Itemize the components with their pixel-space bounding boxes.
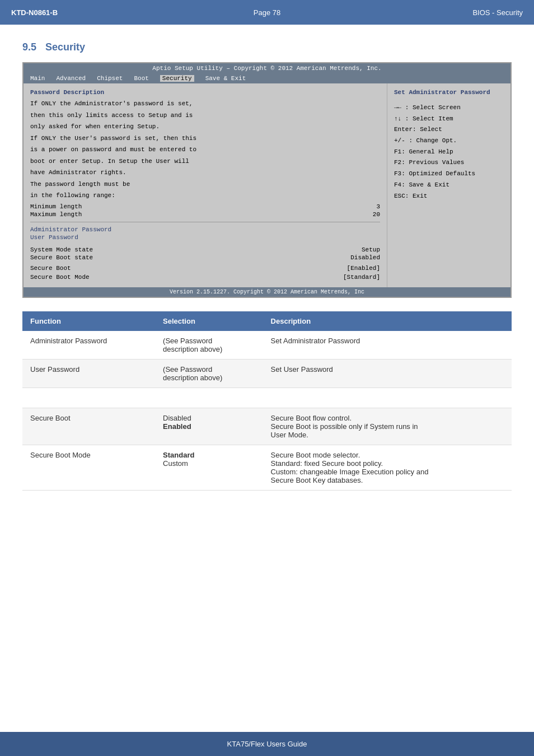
bios-menu-advanced[interactable]: Advanced bbox=[56, 75, 86, 82]
bios-desc-line-3: only asked for when entering Setup. bbox=[30, 122, 380, 132]
bios-right-panel: Set Administrator Password →← : Select S… bbox=[387, 83, 510, 287]
bios-set-admin-password-label: Set Administrator Password bbox=[394, 89, 504, 96]
col-function: Function bbox=[22, 311, 155, 331]
table-header-row: Function Selection Description bbox=[22, 311, 512, 331]
footer-text: KTA75/Flex Users Guide bbox=[227, 740, 307, 748]
bios-desc-line-7: have Administrator rights. bbox=[30, 168, 380, 178]
page-header: KTD-N0861-B Page 78 BIOS - Security bbox=[0, 0, 534, 25]
doc-id: KTD-N0861-B bbox=[11, 8, 182, 17]
bios-password-description-label: Password Description bbox=[30, 89, 380, 96]
cell-user-password-func: User Password bbox=[22, 359, 155, 388]
bios-max-length-row: Maximum length 20 bbox=[30, 211, 380, 218]
section-title-text: Security bbox=[45, 41, 85, 53]
cell-user-password-desc: Set User Password bbox=[263, 359, 512, 388]
function-table: Function Selection Description Administr… bbox=[22, 311, 512, 491]
bios-help-f4: F4: Save & Exit bbox=[394, 180, 504, 190]
cell-secure-boot-mode-sel: StandardCustom bbox=[155, 445, 263, 490]
bios-user-password-item[interactable]: User Password bbox=[30, 234, 380, 241]
page-footer: KTA75/Flex Users Guide bbox=[0, 732, 534, 756]
bios-secure-boot-state-label: Secure Boot state bbox=[30, 254, 93, 261]
bios-secure-boot-row[interactable]: Secure Boot [Enabled] bbox=[30, 264, 380, 273]
bios-system-mode-label: System Mode state bbox=[30, 246, 93, 253]
table-row: Secure Boot Mode StandardCustom Secure B… bbox=[22, 445, 512, 490]
bios-menu-boot[interactable]: Boot bbox=[134, 75, 148, 82]
bios-right-top-section: Set Administrator Password bbox=[394, 89, 504, 96]
bios-help-change-opt: +/- : Change Opt. bbox=[394, 136, 504, 146]
cell-user-password-sel: (See Passworddescription above) bbox=[155, 359, 263, 388]
bios-desc-line-8: The password length must be bbox=[30, 180, 380, 189]
bios-divider-1 bbox=[30, 222, 380, 222]
bios-secure-boot-state-row: Secure Boot state Disabled bbox=[30, 254, 380, 262]
bios-help-select-item: ↑↓ : Select Item bbox=[394, 114, 504, 124]
section-heading: 9.5Security bbox=[0, 25, 534, 62]
bios-secure-boot-value: [Enabled] bbox=[347, 264, 380, 272]
cell-secure-boot-sel-bold: Enabled bbox=[163, 422, 191, 431]
page-number: Page 78 bbox=[182, 8, 353, 17]
function-table-container: Function Selection Description Administr… bbox=[22, 311, 512, 491]
bios-desc-line-6: boot or enter Setup. In Setup the User w… bbox=[30, 157, 380, 166]
bios-help-esc: ESC: Exit bbox=[394, 191, 504, 202]
cell-secure-boot-mode-func: Secure Boot Mode bbox=[22, 445, 155, 490]
bios-emulator: Aptio Setup Utility – Copyright © 2012 A… bbox=[22, 62, 512, 298]
bios-left-panel: Password Description If ONLY the Adminis… bbox=[24, 83, 387, 287]
bios-help-f2: F2: Previous Values bbox=[394, 157, 504, 168]
table-row: Secure Boot DisabledEnabled Secure Boot … bbox=[22, 408, 512, 445]
section-number: 9.5 bbox=[22, 41, 36, 53]
bios-title: Aptio Setup Utility – Copyright © 2012 A… bbox=[24, 63, 510, 73]
bios-content-area: Password Description If ONLY the Adminis… bbox=[24, 83, 510, 287]
bios-system-mode-value: Setup bbox=[362, 246, 380, 253]
bios-desc-line-1: If ONLY the Administrator's password is … bbox=[30, 99, 380, 109]
bios-desc-line-4: If ONLY the User's password is set, then… bbox=[30, 134, 380, 143]
bios-secure-boot-label: Secure Boot bbox=[30, 264, 71, 272]
bios-secure-boot-state-value: Disabled bbox=[350, 254, 380, 261]
bios-help-f1: F1: General Help bbox=[394, 147, 504, 157]
bios-help-select-screen: →← : Select Screen bbox=[394, 102, 504, 113]
bios-min-length-label: Minimum length bbox=[30, 203, 82, 210]
bios-max-length-label: Maximum length bbox=[30, 211, 82, 218]
table-row: User Password (See Passworddescription a… bbox=[22, 359, 512, 388]
bios-menu-save-exit[interactable]: Save & Exit bbox=[205, 75, 246, 82]
cell-empty-2 bbox=[155, 388, 263, 408]
bios-menu-main[interactable]: Main bbox=[30, 75, 45, 82]
bios-system-mode-row: System Mode state Setup bbox=[30, 246, 380, 254]
bios-help-enter: Enter: Select bbox=[394, 124, 504, 135]
cell-empty-3 bbox=[263, 388, 512, 408]
col-selection: Selection bbox=[155, 311, 263, 331]
col-description: Description bbox=[263, 311, 512, 331]
cell-secure-boot-func: Secure Boot bbox=[22, 408, 155, 445]
cell-empty-1 bbox=[22, 388, 155, 408]
cell-admin-password-desc: Set Administrator Password bbox=[263, 331, 512, 360]
cell-secure-boot-mode-desc: Secure Boot mode selector.Standard: fixe… bbox=[263, 445, 512, 490]
bios-help-box: →← : Select Screen ↑↓ : Select Item Ente… bbox=[394, 102, 504, 201]
cell-admin-password-func: Administrator Password bbox=[22, 331, 155, 360]
bios-secure-boot-mode-row[interactable]: Secure Boot Mode [Standard] bbox=[30, 273, 380, 282]
bios-menu-bar: Main Advanced Chipset Boot Security Save… bbox=[24, 73, 510, 83]
bios-desc-line-5: is a power on password and must be enter… bbox=[30, 145, 380, 155]
table-row: Administrator Password (See Passworddesc… bbox=[22, 331, 512, 360]
bios-secure-boot-mode-value: [Standard] bbox=[343, 273, 380, 281]
bios-footer: Version 2.15.1227. Copyright © 2012 Amer… bbox=[24, 287, 510, 297]
bios-secure-boot-mode-label: Secure Boot Mode bbox=[30, 273, 90, 281]
cell-secure-boot-sel: DisabledEnabled bbox=[155, 408, 263, 445]
cell-admin-password-sel: (See Passworddescription above) bbox=[155, 331, 263, 360]
bios-admin-password-item[interactable]: Administrator Password bbox=[30, 226, 380, 234]
bios-menu-chipset[interactable]: Chipset bbox=[97, 75, 123, 82]
bios-desc-line-9: in the following range: bbox=[30, 191, 380, 200]
bios-desc-line-2: then this only limits access to Setup an… bbox=[30, 111, 380, 120]
section-label: BIOS - Security bbox=[352, 8, 523, 17]
bios-help-f3: F3: Optimized Defaults bbox=[394, 169, 504, 179]
bios-max-length-value: 20 bbox=[373, 211, 380, 218]
bios-min-length-value: 3 bbox=[376, 203, 380, 210]
cell-secure-boot-mode-sel-bold: Standard bbox=[163, 451, 194, 459]
bios-menu-security[interactable]: Security bbox=[160, 75, 194, 82]
table-row-empty bbox=[22, 388, 512, 408]
cell-secure-boot-desc: Secure Boot flow control.Secure Boot is … bbox=[263, 408, 512, 445]
bios-min-length-row: Minimum length 3 bbox=[30, 203, 380, 211]
